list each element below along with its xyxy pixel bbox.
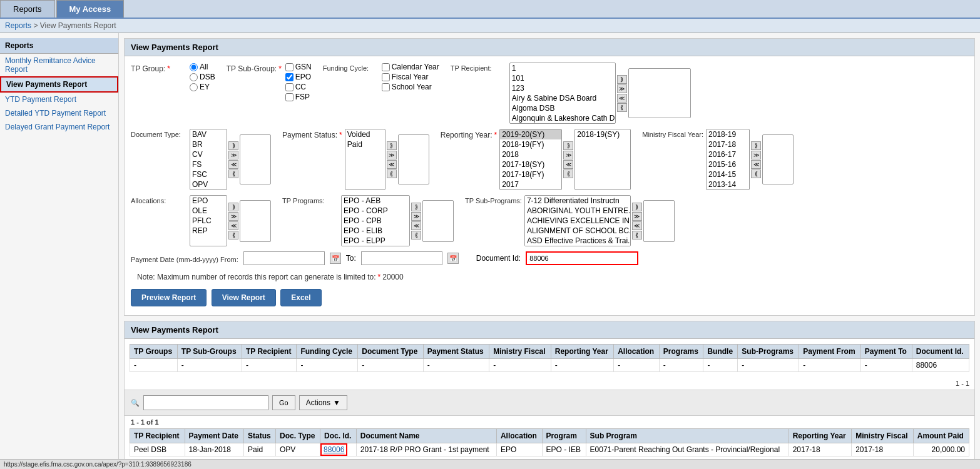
reporting-year-arrow-top[interactable]: ⟫ <box>563 141 573 150</box>
sidebar-item-delayed-grant[interactable]: Delayed Grant Payment Report <box>0 120 118 134</box>
col-sub-programs: Sub-Programs <box>738 345 799 359</box>
search-input[interactable] <box>143 395 268 410</box>
bottom-cell-amount-paid: 20,000.00 <box>913 443 969 456</box>
payment-status-arrow-right[interactable]: ≫ <box>387 151 397 159</box>
tp-recipient-select[interactable]: 1 101 123 Airy & Sabine DSA Board Algoma… <box>509 63 616 124</box>
col-bundle: Bundle <box>703 345 738 359</box>
tp-sub-programs-arrow-left[interactable]: ≪ <box>632 221 642 230</box>
tp-subgroup-checkbox-group: GSN EPO CC FSP <box>285 63 312 101</box>
tp-subgroup-cc[interactable]: CC <box>285 83 312 91</box>
allocations-select[interactable]: EPOOLEPFLCREP <box>190 195 227 246</box>
tp-sub-programs-arrow-right[interactable]: ≫ <box>632 212 642 221</box>
go-button[interactable]: Go <box>272 395 295 410</box>
tp-programs-arrow-left[interactable]: ≪ <box>411 221 421 230</box>
doc-id-link[interactable]: 88006 <box>320 443 347 456</box>
ministry-fiscal-list-container: 2018-192017-182016-172015-162014-152013-… <box>706 129 794 190</box>
col-tp-recipient: TP Recipient <box>242 345 296 359</box>
tp-recipient-move-bottom[interactable]: ⟪ <box>617 103 627 112</box>
tp-recipient-move-up[interactable]: ≪ <box>617 94 627 103</box>
tp-recipient-move-top[interactable]: ⟫ <box>617 75 627 84</box>
bottom-cell-allocation: EPO <box>496 443 542 456</box>
tp-recipient-selected[interactable] <box>628 68 691 118</box>
tp-group-label: TP Group: * <box>131 63 187 73</box>
sidebar-item-ytd-payment[interactable]: YTD Payment Report <box>0 93 118 106</box>
preview-report-button[interactable]: Preview Report <box>131 289 207 306</box>
breadcrumb-reports-link[interactable]: Reports <box>5 21 31 30</box>
payment-status-arrow-left[interactable]: ≪ <box>387 160 397 169</box>
ministry-fiscal-selected[interactable] <box>762 134 794 184</box>
bottom-cell-sub-program: E0071-Parent Reaching Out Grants - Provi… <box>586 443 789 456</box>
reporting-year-select[interactable]: 2019-20(SY)2018-19(FY)20182017-18(SY)201… <box>499 129 562 190</box>
doc-type-selected[interactable] <box>240 134 271 184</box>
view-report-button[interactable]: View Report <box>212 289 276 306</box>
tp-programs-selected[interactable] <box>422 200 454 242</box>
ministry-fiscal-arrow-top[interactable]: ⟫ <box>751 141 761 150</box>
tp-recipient-label: TP Recipient: <box>451 63 507 72</box>
search-actions-bar: 🔍 Go Actions ▼ <box>125 390 974 416</box>
cell-doc-type: - <box>358 359 423 372</box>
tp-recipient-move-down[interactable]: ≫ <box>617 84 627 93</box>
tp-group-ey[interactable]: EY <box>190 83 215 91</box>
tab-my-access[interactable]: My Access <box>56 0 125 18</box>
sidebar-item-monthly-remittance[interactable]: Monthly Remittance Advice Report <box>0 54 118 76</box>
tp-programs-arrow-top[interactable]: ⟫ <box>411 203 421 211</box>
col-payment-status: Payment Status <box>423 345 489 359</box>
tp-programs-select[interactable]: EPO - AEBEPO - CORPEPO - CPBEPO - ELIBEP… <box>341 195 410 246</box>
tp-programs-arrow-bottom[interactable]: ⟪ <box>411 231 421 240</box>
ministry-fiscal-select[interactable]: 2018-192017-182016-172015-162014-152013-… <box>706 129 750 190</box>
bottom-cell-doc-id[interactable]: 88006 <box>320 443 357 456</box>
doc-type-arrow-right[interactable]: ≫ <box>228 151 238 159</box>
allocations-arrow-left[interactable]: ≪ <box>228 221 238 230</box>
funding-school-year[interactable]: School Year <box>382 83 439 91</box>
col-payment-from: Payment From <box>799 345 861 359</box>
sidebar-item-view-payments[interactable]: View Payments Report <box>0 76 118 93</box>
ministry-fiscal-arrow-left[interactable]: ≪ <box>751 160 761 169</box>
allocations-arrow-bottom[interactable]: ⟪ <box>228 231 238 240</box>
funding-calendar-year[interactable]: Calendar Year <box>382 63 439 71</box>
col-programs: Programs <box>659 345 703 359</box>
payment-status-select[interactable]: VoidedPaid <box>345 129 385 190</box>
tab-reports[interactable]: Reports <box>0 0 55 18</box>
reporting-year-arrow-bottom[interactable]: ⟪ <box>563 169 573 178</box>
allocations-arrow-right[interactable]: ≫ <box>228 212 238 221</box>
tp-subgroup-epo[interactable]: EPO <box>285 73 312 81</box>
ministry-fiscal-arrow-bottom[interactable]: ⟪ <box>751 169 761 178</box>
bottom-table-row: Peel DSB 18-Jan-2018 Paid OPV 88006 2017… <box>130 443 969 456</box>
payment-date-to-calendar-icon[interactable]: 📅 <box>447 253 459 264</box>
tp-programs-arrow-right[interactable]: ≫ <box>411 212 421 221</box>
reporting-year-selected[interactable]: 2018-19(SY) <box>574 129 631 190</box>
payment-date-to-input[interactable] <box>361 251 442 265</box>
ministry-fiscal-arrows: ⟫ ≫ ≪ ⟪ <box>751 141 761 178</box>
sidebar-item-detailed-ytd[interactable]: Detailed YTD Payment Report <box>0 106 118 120</box>
actions-button[interactable]: Actions ▼ <box>299 395 347 410</box>
payment-status-selected[interactable] <box>398 134 429 184</box>
tp-sub-programs-arrow-bottom[interactable]: ⟪ <box>632 231 642 240</box>
payment-status-arrow-bottom[interactable]: ⟪ <box>387 169 397 178</box>
sidebar-title: Reports <box>0 38 118 54</box>
col-reporting-year: Reporting Year <box>551 345 613 359</box>
doc-type-arrow-top[interactable]: ⟫ <box>228 141 238 150</box>
tp-group-all[interactable]: All <box>190 63 215 71</box>
reporting-year-arrow-right[interactable]: ≫ <box>563 151 573 159</box>
funding-fiscal-year[interactable]: Fiscal Year <box>382 73 439 81</box>
payment-date-from-calendar-icon[interactable]: 📅 <box>330 253 341 264</box>
bottom-col-allocation: Allocation <box>496 429 542 443</box>
tp-sub-programs-selected[interactable] <box>643 200 675 242</box>
payment-status-arrow-top[interactable]: ⟫ <box>387 141 397 150</box>
doc-type-arrow-bottom[interactable]: ⟪ <box>228 169 238 178</box>
doc-type-arrow-left[interactable]: ≪ <box>228 160 238 169</box>
payment-date-from-input[interactable] <box>243 251 325 265</box>
ministry-fiscal-arrow-right[interactable]: ≫ <box>751 151 761 159</box>
tp-sub-programs-arrow-top[interactable]: ⟫ <box>632 203 642 211</box>
excel-button[interactable]: Excel <box>280 289 321 306</box>
results-pagination: 1 - 1 <box>125 377 974 390</box>
allocations-selected[interactable] <box>240 200 271 242</box>
document-id-input[interactable] <box>526 251 638 265</box>
tp-sub-programs-select[interactable]: 7-12 Differentiated Instructn ABORIGINAL… <box>524 195 631 246</box>
reporting-year-arrow-left[interactable]: ≪ <box>563 160 573 169</box>
tp-group-dsb[interactable]: DSB <box>190 73 215 81</box>
doc-type-select[interactable]: BAVBRCVFSFSCOPV <box>190 129 227 190</box>
allocations-arrow-top[interactable]: ⟫ <box>228 203 238 211</box>
tp-subgroup-fsp[interactable]: FSP <box>285 93 312 101</box>
tp-subgroup-gsn[interactable]: GSN <box>285 63 312 71</box>
